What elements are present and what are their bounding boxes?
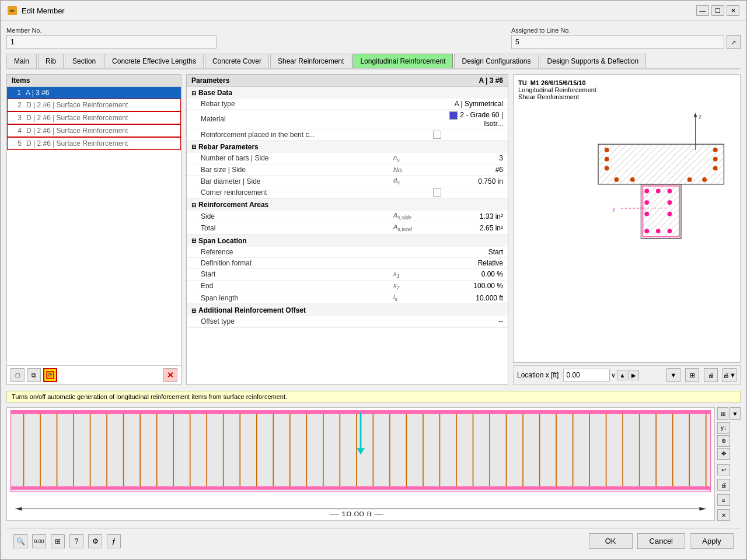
tabs-bar: Main Rib Section Concrete Effective Leng… [6,54,741,69]
list-item[interactable]: 3 D | 2 #6 | Surface Reinforcement [7,111,181,124]
param-symbol: ls [393,293,428,302]
group-header-rebar[interactable]: ⊟ Rebar Parameters [187,141,508,153]
checkbox[interactable] [433,131,441,139]
param-group-areas: ⊟ Reinforcement Areas Side As,side 1.33 … [187,199,508,235]
tab-concrete-cover[interactable]: Concrete Cover [205,54,269,68]
param-symbol: As,total [393,223,428,232]
svg-point-20 [702,177,707,182]
location-bar: Location x [ft] ∨ ▲ ▶ ▼ ⊞ 🖨 🖨▼ [513,365,741,385]
group-header-areas[interactable]: ⊟ Reinforcement Areas [187,199,508,211]
param-name: Corner reinforcement [201,188,389,197]
group-header-offset[interactable]: ⊟ Additional Reinforcement Offset [187,304,508,316]
move-down-btn[interactable]: y↓ [717,422,730,434]
restore-button[interactable]: ☐ [711,5,724,16]
ok-button[interactable]: OK [589,533,633,549]
grid-view-btn[interactable]: ⊞ [717,407,728,420]
tab-longitudinal[interactable]: Longitudinal Reinforcement [352,54,453,68]
zoom-btn[interactable]: ⊕ [717,435,730,447]
group-header-basedata[interactable]: ⊟ Base Data [187,87,508,99]
location-up-button[interactable]: ▲ [617,370,627,380]
bottom-left-tools: 🔍 0.00 ⊞ ? ⚙ ƒ [13,534,121,548]
list-item[interactable]: 1 A | 3 #6 [7,87,181,99]
member-number-input[interactable] [6,35,217,49]
item-desc: D | 2 #6 | Surface Reinforcement [26,114,128,122]
table-view-btn[interactable]: ▼ [729,407,741,420]
print-menu-button[interactable]: 🖨▼ [722,368,736,382]
param-symbol: x2 [393,282,428,290]
export-button[interactable]: 🖨 [704,368,718,382]
assign-input[interactable] [511,35,724,49]
svg-point-14 [713,148,718,152]
params-header: Parameters A | 3 #6 [187,75,508,87]
svg-point-28 [644,229,649,233]
settings-tool[interactable]: ⚙ [88,534,102,548]
param-value: -- [433,317,503,326]
svg-point-18 [630,177,635,182]
close-view-btn[interactable]: ✕ [717,509,730,521]
copy-button[interactable]: ⧉ [27,368,41,382]
undo-view-btn[interactable]: ↩ [717,464,730,476]
param-value: 0.750 in [433,177,503,186]
member-number-group: Member No. [6,27,217,49]
grid-button[interactable]: ⊞ [685,368,699,382]
param-row: Corner reinforcement [187,187,508,198]
tab-shear[interactable]: Shear Reinforcement [270,54,351,68]
param-row: Number of bars | Side ns 3 [187,153,508,164]
tab-concrete-eff[interactable]: Concrete Effective Lengths [104,54,204,68]
param-name: Reference [201,248,389,256]
param-name: Rebar type [201,100,389,108]
left-panel: Items 1 A | 3 #6 2 D | 2 #6 | Surface Re… [6,74,181,385]
help-tool[interactable]: ? [69,534,83,548]
item-desc: D | 2 #6 | Surface Reinforcement [26,101,128,109]
bottom-bar: 🔍 0.00 ⊞ ? ⚙ ƒ OK Cancel Apply [6,528,741,554]
member-id: TU_M1 26/6/15/6/15/10 [518,79,735,86]
param-value [433,188,503,197]
settings-btn[interactable]: ≡ [717,494,730,506]
group-label: Rebar Parameters [198,143,259,151]
tab-main[interactable]: Main [6,54,37,68]
param-row: Start x1 0.00 % [187,269,508,281]
param-row: Definition format Relative [187,258,508,269]
print-view-btn[interactable]: 🖨 [717,479,730,491]
group-header-span[interactable]: ⊟ Span Location [187,235,508,247]
checkbox[interactable] [433,188,441,197]
minimize-button[interactable]: — [696,5,709,16]
param-name: Offset type [201,317,389,326]
apply-button[interactable]: Apply [690,533,734,549]
svg-point-29 [656,229,661,233]
list-item[interactable]: 2 D | 2 #6 | Surface Reinforcement [7,99,181,111]
item-num: 2 [12,101,22,109]
svg-point-23 [668,189,672,194]
add-button[interactable]: □ [11,368,25,382]
panel-toolbar: □ ⧉ ⟳ ✕ [7,365,181,384]
list-item[interactable]: 4 D | 2 #6 | Surface Reinforcement [7,124,181,137]
layout-tool[interactable]: ⊞ [51,534,65,548]
search-tool[interactable]: 🔍 [13,534,27,548]
item-num: 4 [12,127,22,135]
member-number-label: Member No. [6,27,217,34]
filter-button[interactable]: ▼ [666,368,680,382]
delete-button[interactable]: ✕ [163,368,177,382]
window-title: Edit Member [22,6,65,15]
location-input[interactable] [563,369,610,382]
param-row: Reference Start [187,247,508,258]
tab-design-supports[interactable]: Design Supports & Deflection [540,54,647,68]
formula-tool[interactable]: ƒ [107,534,121,548]
param-name: Definition format [201,259,389,267]
items-header: Items [7,75,181,87]
number-tool[interactable]: 0.00 [32,534,46,548]
param-symbol: ns [393,154,428,163]
auto-generate-button[interactable]: ⟳ [43,368,57,382]
param-value: 2 - Grade 60 | Isotr... [433,111,503,128]
tab-design-config[interactable]: Design Configurations [454,54,538,68]
list-item[interactable]: 5 D | 2 #6 | Surface Reinforcement [7,137,181,150]
assign-picker-button[interactable]: ↗ [727,35,741,49]
param-row: Total As,total 2.65 in² [187,222,508,234]
param-row: End x2 100.00 % [187,281,508,292]
pan-btn[interactable]: ✥ [717,448,730,460]
tab-rib[interactable]: Rib [38,54,64,68]
tab-section[interactable]: Section [65,54,103,68]
location-right-button[interactable]: ▶ [629,370,639,380]
close-button[interactable]: ✕ [727,5,739,16]
cancel-button[interactable]: Cancel [637,533,685,549]
